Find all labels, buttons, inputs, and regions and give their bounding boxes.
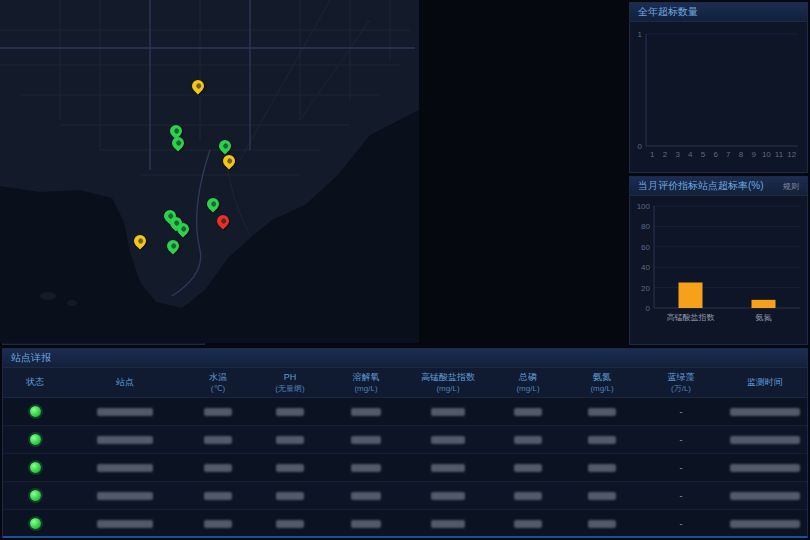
cell-监测时间 — [723, 510, 807, 537]
masked-value — [204, 492, 232, 500]
table-row[interactable]: - — [3, 426, 807, 454]
cell-水温 — [183, 426, 253, 453]
panel-year-exceedance: 全年超标数量 01123456789101112 — [629, 2, 808, 173]
masked-value — [730, 464, 800, 472]
svg-text:11: 11 — [775, 150, 784, 159]
cell-水温 — [183, 398, 253, 425]
masked-value — [276, 520, 304, 528]
svg-text:100: 100 — [637, 202, 651, 211]
cell-高锰酸盐指数 — [405, 398, 491, 425]
column-header-PH: PH(无量纲) — [253, 368, 327, 397]
svg-text:40: 40 — [641, 263, 650, 272]
svg-text:0: 0 — [646, 304, 651, 313]
bar-氨氮 — [752, 300, 776, 308]
masked-value — [514, 436, 542, 444]
masked-value — [514, 492, 542, 500]
cell-PH — [253, 482, 327, 509]
masked-value — [588, 464, 616, 472]
exceedance-rate-bar-chart: 020406080100高锰酸盐指数氨氮 — [630, 196, 807, 340]
svg-text:80: 80 — [641, 222, 650, 231]
cell-水温 — [183, 510, 253, 537]
year-exceedance-line-chart: 01123456789101112 — [630, 22, 807, 168]
svg-text:1: 1 — [638, 30, 643, 39]
cell-总磷 — [491, 398, 565, 425]
masked-value — [351, 464, 381, 472]
masked-value — [431, 464, 465, 472]
panel-header: 当月评价指标站点超标率(%) 规则 — [630, 177, 807, 196]
cell-蓝绿藻: - — [639, 398, 723, 425]
masked-value — [97, 464, 153, 472]
cell-蓝绿藻: - — [639, 482, 723, 509]
map-canvas — [0, 0, 419, 343]
column-header-溶解氧: 溶解氧(mg/L) — [327, 368, 405, 397]
masked-value — [431, 492, 465, 500]
table-row[interactable]: - — [3, 454, 807, 482]
svg-text:20: 20 — [641, 284, 650, 293]
panel-month-exceedance-rate: 当月评价指标站点超标率(%) 规则 020406080100高锰酸盐指数氨氮 — [629, 176, 808, 345]
svg-text:12: 12 — [787, 150, 796, 159]
cell-PH — [253, 510, 327, 537]
column-header-蓝绿藻: 蓝绿藻(万/L) — [639, 368, 723, 397]
cell-站点 — [67, 398, 183, 425]
cell-溶解氧 — [327, 510, 405, 537]
cell-监测时间 — [723, 426, 807, 453]
cell-氨氮 — [565, 482, 639, 509]
panel-header: 站点详报 — [3, 349, 807, 368]
masked-value — [588, 492, 616, 500]
cell-总磷 — [491, 426, 565, 453]
table-header-row: 状态站点水温(℃)PH(无量纲)溶解氧(mg/L)高锰酸盐指数(mg/L)总磷(… — [3, 368, 807, 398]
cell-高锰酸盐指数 — [405, 482, 491, 509]
cell-高锰酸盐指数 — [405, 426, 491, 453]
masked-value — [276, 492, 304, 500]
svg-text:0: 0 — [638, 142, 643, 151]
table-row[interactable]: - — [3, 398, 807, 426]
masked-value — [588, 436, 616, 444]
status-indicator-green — [30, 518, 41, 529]
svg-text:9: 9 — [751, 150, 756, 159]
table-row[interactable]: - — [3, 482, 807, 510]
panel-title: 当月评价指标站点超标率(%) — [638, 179, 764, 193]
cell-水温 — [183, 454, 253, 481]
masked-value — [204, 464, 232, 472]
rule-link[interactable]: 规则 — [783, 181, 799, 192]
masked-value — [431, 436, 465, 444]
cell-站点 — [67, 510, 183, 537]
cell-状态 — [3, 482, 67, 509]
svg-text:3: 3 — [675, 150, 680, 159]
svg-text:10: 10 — [762, 150, 771, 159]
table-row[interactable]: - — [3, 510, 807, 538]
cell-状态 — [3, 510, 67, 537]
column-header-状态: 状态 — [3, 368, 67, 397]
column-header-监测时间: 监测时间 — [723, 368, 807, 397]
cell-状态 — [3, 398, 67, 425]
cell-总磷 — [491, 482, 565, 509]
masked-value — [97, 492, 153, 500]
cell-蓝绿藻: - — [639, 426, 723, 453]
column-header-氨氮: 氨氮(mg/L) — [565, 368, 639, 397]
column-header-水温: 水温(℃) — [183, 368, 253, 397]
svg-text:5: 5 — [701, 150, 706, 159]
masked-value — [204, 520, 232, 528]
cell-溶解氧 — [327, 426, 405, 453]
cell-状态 — [3, 454, 67, 481]
cell-溶解氧 — [327, 398, 405, 425]
cell-溶解氧 — [327, 482, 405, 509]
svg-text:6: 6 — [713, 150, 718, 159]
masked-value — [97, 436, 153, 444]
masked-value — [514, 408, 542, 416]
water-quality-dashboard: 当月水质等级 I类II类III类IV类V类劣V类 全年水质等级 I类II类III… — [0, 0, 810, 540]
panel-header: 全年超标数量 — [630, 3, 807, 22]
column-header-站点: 站点 — [67, 368, 183, 397]
cell-站点 — [67, 426, 183, 453]
cell-状态 — [3, 426, 67, 453]
masked-value — [588, 408, 616, 416]
svg-text:1: 1 — [650, 150, 655, 159]
status-indicator-green — [30, 406, 41, 417]
svg-text:7: 7 — [726, 150, 731, 159]
cell-氨氮 — [565, 426, 639, 453]
masked-value — [588, 520, 616, 528]
cell-蓝绿藻: - — [639, 510, 723, 537]
cell-PH — [253, 426, 327, 453]
city-map[interactable] — [0, 0, 419, 343]
status-indicator-green — [30, 434, 41, 445]
